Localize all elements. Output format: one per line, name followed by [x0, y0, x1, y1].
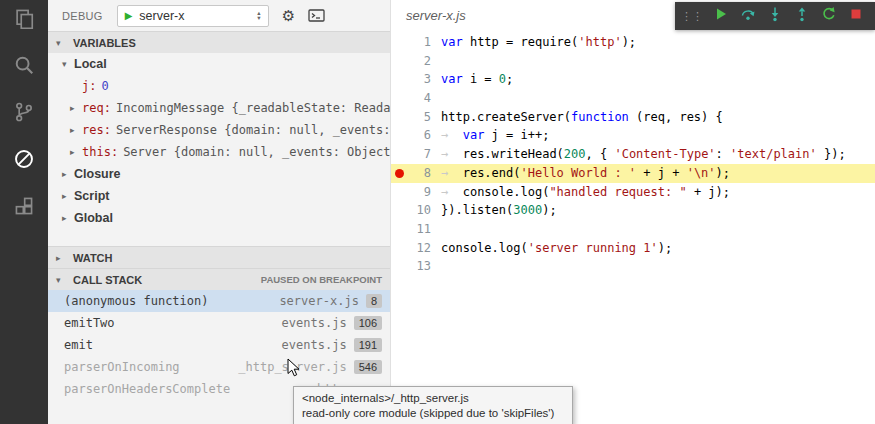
tooltip-path: <node_internals>/_http_server.js — [302, 391, 564, 406]
step-out-icon — [794, 6, 810, 26]
step-out-button[interactable] — [788, 4, 815, 28]
breakpoint-gutter[interactable] — [391, 201, 407, 220]
frame-file: events.js — [282, 338, 347, 352]
watch-section-header[interactable]: ▸ WATCH — [48, 246, 390, 268]
frame-line-badge: 8 — [366, 294, 382, 308]
code-token: 3000 — [513, 203, 542, 217]
breakpoint-gutter[interactable] — [391, 33, 407, 52]
call-stack-section-header[interactable]: ▾ CALL STACK PAUSED ON BREAKPOINT — [48, 268, 390, 290]
call-stack-frame[interactable]: emitTwoevents.js106 — [48, 312, 390, 334]
code-text[interactable]: }).listen(3000); — [431, 201, 557, 220]
code-line: 6→ var j = i++; — [391, 126, 875, 145]
code-text[interactable]: → res.end('Hello World : ' + j + '\n'); — [431, 164, 730, 183]
scope-row-local[interactable]: ▾Local — [48, 53, 390, 75]
chevron-right-icon: ▸ — [56, 253, 68, 263]
step-over-button[interactable] — [734, 4, 761, 28]
code-text[interactable]: → var j = i++; — [431, 126, 549, 145]
toolbar-drag-handle-icon[interactable]: ⋮⋮ — [681, 10, 703, 23]
breakpoint-gutter[interactable] — [391, 183, 407, 202]
activity-bar-item-source-control[interactable] — [11, 102, 37, 126]
line-number: 6 — [407, 126, 431, 145]
line-number: 11 — [407, 220, 431, 239]
breakpoint-gutter[interactable] — [391, 126, 407, 145]
code-text[interactable]: → console.log("handled request: " + j); — [431, 183, 730, 202]
variable-value: IncomingMessage {_readableState: Readabl… — [116, 101, 390, 115]
chevron-down-icon: ▾ — [62, 59, 74, 69]
line-number: 1 — [407, 33, 431, 52]
code-token: 'Hello World : ' — [520, 166, 636, 180]
line-number: 5 — [407, 108, 431, 127]
code-text[interactable]: var i = 0; — [431, 70, 513, 89]
call-stack-frame[interactable]: parserOnIncoming_http_server.js546 — [48, 356, 390, 378]
line-number: 12 — [407, 239, 431, 258]
activity-bar-item-debug[interactable] — [11, 149, 37, 173]
breakpoint-gutter[interactable] — [391, 108, 407, 127]
tab-whitespace-icon: → — [441, 128, 463, 142]
start-debug-icon[interactable]: ▶ — [125, 10, 133, 21]
debug-config-name[interactable]: server-x — [139, 9, 250, 23]
code-line: 12console.log('server running 1'); — [391, 239, 875, 258]
scope-row-closure[interactable]: ▸Closure — [48, 163, 390, 185]
continue-button[interactable] — [707, 4, 734, 28]
variable-row[interactable]: ▸this:Server {domain: null, _events: Obj… — [48, 141, 390, 163]
activity-bar-item-explorer[interactable] — [11, 8, 37, 32]
code-token: ); — [716, 166, 730, 180]
activity-bar-item-search[interactable] — [11, 55, 37, 79]
code-text[interactable] — [431, 52, 441, 71]
code-text[interactable]: http.createServer(function (req, res) { — [431, 108, 723, 127]
variables-body: ▾Localj:0▸req:IncomingMessage {_readable… — [48, 53, 390, 229]
code-line: 1var http = require('http'); — [391, 33, 875, 52]
breakpoint-gutter[interactable] — [391, 52, 407, 71]
gear-icon: ⚙ — [282, 7, 295, 25]
line-number: 9 — [407, 183, 431, 202]
code-text[interactable] — [431, 257, 441, 276]
open-debug-console-button[interactable] — [308, 8, 325, 23]
call-stack-frame[interactable]: emitevents.js191 — [48, 334, 390, 356]
breakpoint-gutter[interactable] — [391, 257, 407, 276]
code-token: http = require( — [463, 35, 579, 49]
code-text[interactable]: console.log('server running 1'); — [431, 239, 672, 258]
code-token: + j); — [687, 185, 730, 199]
restart-button[interactable] — [815, 4, 842, 28]
code-text[interactable] — [431, 220, 441, 239]
scope-row-global[interactable]: ▸Global — [48, 207, 390, 229]
code-area: 1var http = require('http');23var i = 0;… — [391, 33, 875, 276]
breakpoint-gutter[interactable] — [391, 89, 407, 108]
activity-bar-item-extensions[interactable] — [11, 196, 37, 220]
breakpoint-gutter[interactable] — [391, 220, 407, 239]
variable-name: this: — [82, 145, 118, 159]
code-token: console.log( — [441, 241, 528, 255]
code-text[interactable]: var http = require('http'); — [431, 33, 636, 52]
call-stack-section-label: CALL STACK — [73, 274, 142, 286]
stop-button[interactable] — [842, 4, 869, 28]
breakpoint-gutter[interactable] — [391, 239, 407, 258]
frame-line-badge: 106 — [354, 316, 382, 330]
scope-row-script[interactable]: ▸Script — [48, 185, 390, 207]
variables-section-header[interactable]: ▾ VARIABLES — [48, 31, 390, 53]
line-number: 8 — [407, 164, 431, 183]
chevron-right-icon: ▸ — [70, 125, 82, 135]
debug-toolbar: ⋮⋮ — [675, 2, 875, 30]
variable-row[interactable]: ▸req:IncomingMessage {_readableState: Re… — [48, 97, 390, 119]
code-text[interactable] — [431, 89, 441, 108]
code-line: 2 — [391, 52, 875, 71]
breakpoint-gutter[interactable] — [391, 164, 407, 183]
variable-name: j: — [82, 79, 96, 93]
code-text[interactable]: → res.writeHead(200, { 'Content-Type': '… — [431, 145, 846, 164]
step-into-button[interactable] — [761, 4, 788, 28]
code-token: ; — [506, 72, 513, 86]
variable-row[interactable]: j:0 — [48, 75, 390, 97]
chevron-down-icon: ▾ — [56, 38, 68, 48]
variable-row[interactable]: ▸res:ServerResponse {domain: null, _even… — [48, 119, 390, 141]
stop-icon — [848, 6, 864, 26]
breakpoint-gutter[interactable] — [391, 145, 407, 164]
code-line: 4 — [391, 89, 875, 108]
debug-icon — [13, 148, 35, 174]
breakpoint-gutter[interactable] — [391, 70, 407, 89]
configure-gear-button[interactable]: ⚙ — [282, 7, 295, 25]
debug-config-picker[interactable]: ▶ server-x ▴▾ — [117, 5, 269, 27]
call-stack-frame[interactable]: (anonymous function)server-x.js8 — [48, 290, 390, 312]
frame-line-badge: 546 — [354, 360, 382, 374]
chevron-down-icon: ▾ — [56, 275, 68, 285]
editor-file-title[interactable]: server-x.js — [406, 8, 466, 23]
